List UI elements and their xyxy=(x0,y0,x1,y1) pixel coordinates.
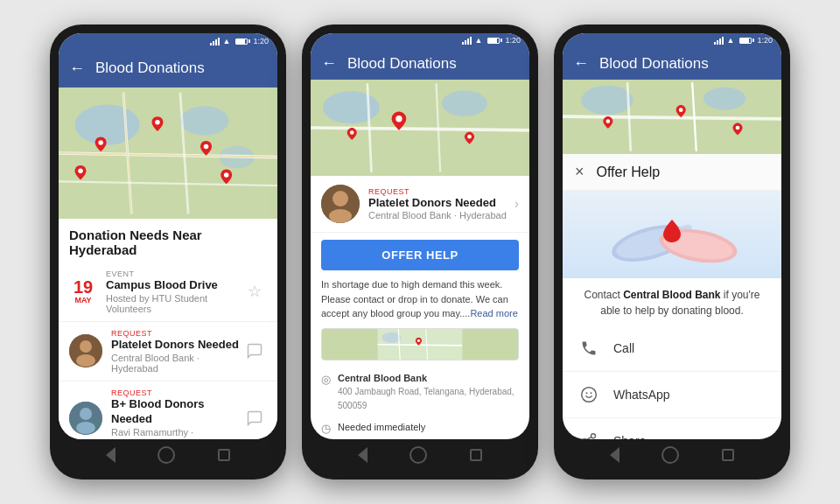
description-text-2: In shortage due to high demand this week… xyxy=(311,277,529,328)
svg-point-19 xyxy=(80,408,92,420)
needed-info-2: ◷ Needed immediately xyxy=(311,416,529,439)
wifi-icon-2: ▲ xyxy=(475,36,483,45)
read-more-2[interactable]: Read more xyxy=(470,308,517,318)
app-bar-1: ← Blood Donations xyxy=(59,49,277,88)
phone-2: ▲ 1:20 ← Blood Donations xyxy=(302,24,538,480)
app-bar-3: ← Blood Donations xyxy=(563,47,781,80)
content-area-1: Donation Needs Near Hyderabad 19 MAY EVE… xyxy=(59,219,277,439)
signal-icon-2 xyxy=(462,36,472,45)
share-action-3[interactable]: Share xyxy=(563,418,781,439)
detail-name-2: Platelet Donors Needed xyxy=(368,196,514,211)
time-label-3: 1:20 xyxy=(757,36,773,45)
close-button-3[interactable]: × xyxy=(575,163,584,181)
svg-point-13 xyxy=(224,172,229,178)
wifi-icon-3: ▲ xyxy=(727,36,735,45)
svg-point-57 xyxy=(592,434,596,438)
offer-help-title-3: Offer Help xyxy=(597,164,661,180)
svg-point-41 xyxy=(704,88,746,110)
whatsapp-action-3[interactable]: WhatsApp xyxy=(563,372,781,418)
whatsapp-icon-3 xyxy=(577,382,601,407)
location-text-2: Central Blood Bank 400 Jambaugh Road, Te… xyxy=(338,372,519,412)
event-type-1: EVENT xyxy=(106,270,242,278)
call-label-3: Call xyxy=(613,341,634,355)
event-type-2: REQUEST xyxy=(111,329,242,338)
offer-help-button-2[interactable]: OFFER HELP xyxy=(321,240,519,270)
signal-icon-3 xyxy=(714,36,724,45)
detail-event-info-2: REQUEST Platelet Donors Needed Central B… xyxy=(368,187,514,221)
recents-btn-3[interactable] xyxy=(722,449,734,461)
call-action-3[interactable]: Call xyxy=(563,326,781,372)
battery-icon-2 xyxy=(487,38,500,44)
svg-point-10 xyxy=(98,140,103,145)
svg-point-23 xyxy=(442,90,487,116)
map-2 xyxy=(311,80,529,176)
back-nav-3[interactable] xyxy=(610,447,620,463)
app-bar-2: ← Blood Donations xyxy=(311,47,529,80)
wifi-icon: ▲ xyxy=(223,37,231,46)
event-name-2: Platelet Donors Needed xyxy=(111,338,242,353)
svg-point-55 xyxy=(586,392,588,394)
event-info-1: EVENT Campus Blood Drive Hosted by HTU S… xyxy=(106,270,242,314)
event-info-2: REQUEST Platelet Donors Needed Central B… xyxy=(111,329,242,374)
recents-btn-1[interactable] xyxy=(218,449,230,461)
battery-icon-3 xyxy=(739,38,752,44)
back-nav-1[interactable] xyxy=(106,447,116,463)
whatsapp-label-3: WhatsApp xyxy=(613,388,670,402)
event-item-1[interactable]: 19 MAY EVENT Campus Blood Drive Hosted b… xyxy=(59,262,277,322)
svg-point-28 xyxy=(350,130,354,135)
event-name-3: B+ Blood Donors Needed xyxy=(111,397,242,427)
svg-point-20 xyxy=(76,422,95,434)
recents-btn-2[interactable] xyxy=(470,449,482,461)
contact-text-3: Contact Central Blood Bank if you're abl… xyxy=(563,278,781,326)
detail-header-2[interactable]: REQUEST Platelet Donors Needed Central B… xyxy=(311,176,529,233)
avatar-3 xyxy=(69,402,102,435)
phone-3: ▲ 1:20 ← Blood Donations xyxy=(554,24,790,480)
home-btn-1[interactable] xyxy=(158,446,175,464)
status-bar-2: ▲ 1:20 xyxy=(311,33,529,47)
back-button-1[interactable]: ← xyxy=(69,60,85,78)
event-type-3: REQUEST xyxy=(111,388,242,397)
offer-help-header-3: × Offer Help xyxy=(563,154,781,191)
svg-point-47 xyxy=(736,126,740,130)
map-3 xyxy=(563,80,781,154)
phone-1: ▲ 1:20 ← Blood Donations xyxy=(50,24,286,480)
map-1[interactable] xyxy=(59,88,277,219)
detail-avatar-2 xyxy=(321,185,360,223)
event-sub-2: Central Blood Bank · Hyderabad xyxy=(111,353,242,374)
date-day-1: 19 xyxy=(74,278,93,296)
svg-point-31 xyxy=(332,191,348,206)
illustration-3 xyxy=(563,191,781,278)
time-label-2: 1:20 xyxy=(505,36,521,45)
nav-bar-2 xyxy=(311,439,529,471)
event-item-3[interactable]: REQUEST B+ Blood Donors Needed Ravi Rama… xyxy=(59,382,277,439)
back-button-2[interactable]: ← xyxy=(321,54,337,73)
svg-point-46 xyxy=(679,108,683,112)
svg-point-56 xyxy=(591,392,592,394)
signal-icon xyxy=(210,37,220,46)
status-bar-3: ▲ 1:20 xyxy=(563,33,781,47)
location-icon-2: ◎ xyxy=(321,373,331,386)
home-btn-2[interactable] xyxy=(410,446,427,464)
event-item-2[interactable]: REQUEST Platelet Donors Needed Central B… xyxy=(59,322,277,382)
event-sub-3: Ravi Ramamurthy · Hyderabad xyxy=(111,427,242,439)
back-nav-2[interactable] xyxy=(358,447,368,463)
svg-point-29 xyxy=(467,135,472,139)
svg-point-2 xyxy=(180,106,229,135)
star-icon-1[interactable]: ☆ xyxy=(242,279,267,304)
svg-point-14 xyxy=(78,169,83,174)
chat-icon-3[interactable] xyxy=(242,406,267,430)
chat-icon-2[interactable] xyxy=(242,339,267,363)
detail-type-2: REQUEST xyxy=(368,187,514,196)
svg-point-27 xyxy=(396,116,402,122)
svg-point-12 xyxy=(155,120,160,125)
back-button-3[interactable]: ← xyxy=(573,54,589,73)
detail-map-2[interactable] xyxy=(321,328,519,360)
call-icon-3 xyxy=(577,336,601,360)
detail-sub-2: Central Blood Bank · Hyderabad xyxy=(368,210,514,220)
time-label: 1:20 xyxy=(253,37,269,46)
chevron-right-2: › xyxy=(514,196,519,212)
location-info-2: ◎ Central Blood Bank 400 Jambaugh Road, … xyxy=(311,368,529,416)
home-btn-3[interactable] xyxy=(662,446,679,464)
event-sub-1: Hosted by HTU Student Volunteers xyxy=(106,293,242,314)
nav-bar-1 xyxy=(59,439,277,471)
